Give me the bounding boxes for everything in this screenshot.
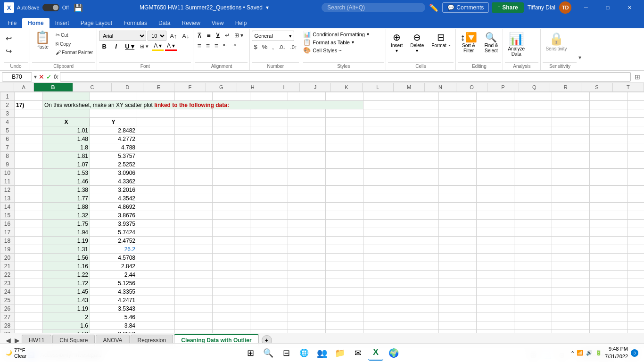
cell[interactable]	[137, 262, 175, 271]
expand-formula-icon[interactable]: ▾	[34, 74, 37, 80]
cell[interactable]	[439, 296, 477, 304]
align-middle-btn[interactable]: ≡	[205, 31, 212, 40]
cell[interactable]	[439, 160, 477, 169]
cell[interactable]: 1.53	[43, 169, 90, 177]
cell[interactable]	[288, 228, 326, 237]
cell[interactable]	[213, 330, 250, 333]
cell[interactable]	[326, 228, 363, 237]
taskbar-edge-btn[interactable]: 🌐	[297, 346, 312, 361]
cell[interactable]	[213, 177, 250, 186]
cell[interactable]	[552, 126, 590, 135]
tab-page-layout[interactable]: Page Layout	[75, 18, 118, 28]
align-left-btn[interactable]: ≡	[195, 41, 203, 50]
cell[interactable]	[401, 135, 439, 143]
cell[interactable]	[137, 152, 175, 160]
cell[interactable]	[552, 194, 590, 203]
cell[interactable]	[213, 279, 250, 288]
cell[interactable]	[326, 254, 363, 262]
cell[interactable]	[250, 245, 288, 254]
cell[interactable]: 2	[43, 313, 90, 321]
taskbar-excel-btn[interactable]: X	[368, 346, 383, 361]
cell[interactable]	[590, 109, 627, 118]
cell[interactable]: 5.7424	[90, 228, 137, 237]
cell[interactable]	[477, 135, 514, 143]
cell[interactable]	[137, 135, 175, 143]
cell[interactable]	[514, 160, 552, 169]
cell[interactable]	[552, 143, 590, 152]
cell[interactable]	[175, 220, 213, 228]
taskbar-taskview-btn[interactable]: ⊟	[279, 346, 294, 361]
cell[interactable]	[288, 237, 326, 245]
cell[interactable]	[514, 254, 552, 262]
cell[interactable]: On this worksheet, make an XY scatter pl…	[43, 101, 363, 109]
cell[interactable]	[514, 245, 552, 254]
cell[interactable]	[213, 186, 250, 194]
sensitivity-button[interactable]: 🔒 Sensitivity	[543, 31, 570, 52]
increase-decimal-btn[interactable]: .0↑	[289, 43, 299, 51]
align-right-btn[interactable]: ≡	[213, 41, 220, 50]
font-size-select[interactable]: 10	[148, 31, 166, 41]
cell[interactable]: 4.3542	[90, 194, 137, 203]
cell[interactable]	[514, 228, 552, 237]
share-button[interactable]: ↑ Share	[492, 2, 523, 13]
delete-arrow[interactable]: ▾	[416, 48, 418, 53]
cell[interactable]	[137, 271, 175, 279]
cell[interactable]	[514, 296, 552, 304]
grid-container[interactable]: 1217)On this worksheet, make an XY scatt…	[0, 92, 644, 333]
cell[interactable]	[363, 194, 401, 203]
find-select-button[interactable]: 🔍 Find &Select	[482, 31, 501, 54]
cell[interactable]	[15, 279, 43, 288]
cell[interactable]	[213, 203, 250, 211]
minimize-button[interactable]: ─	[575, 0, 597, 15]
avatar[interactable]: TD	[559, 1, 571, 14]
cell[interactable]	[401, 194, 439, 203]
cell[interactable]: 1.88	[43, 203, 90, 211]
cell[interactable]	[363, 152, 401, 160]
cell[interactable]	[326, 135, 363, 143]
cell[interactable]	[137, 109, 175, 118]
cell[interactable]	[401, 313, 439, 321]
cell[interactable]	[250, 109, 288, 118]
col-header-l[interactable]: L	[363, 83, 394, 91]
cell[interactable]: 1.94	[43, 228, 90, 237]
cell[interactable]	[15, 152, 43, 160]
col-header-b[interactable]: B	[34, 83, 73, 91]
cell[interactable]	[477, 237, 514, 245]
cell[interactable]	[288, 143, 326, 152]
cell[interactable]	[552, 321, 590, 330]
cell[interactable]: 3.8676	[90, 211, 137, 220]
cell[interactable]	[213, 321, 250, 330]
cell[interactable]	[250, 262, 288, 271]
format-as-table-button[interactable]: Format as Table	[313, 40, 350, 45]
cell[interactable]	[627, 313, 644, 321]
cell[interactable]	[15, 237, 43, 245]
undo-button[interactable]: ↩	[4, 33, 14, 44]
cell[interactable]: 4.3362	[90, 177, 137, 186]
cell[interactable]	[590, 101, 627, 109]
cell[interactable]	[137, 237, 175, 245]
col-header-r[interactable]: R	[550, 83, 581, 91]
cell[interactable]	[627, 304, 644, 313]
cell[interactable]	[590, 245, 627, 254]
cell[interactable]: 1.56	[43, 254, 90, 262]
cell[interactable]	[250, 203, 288, 211]
cell[interactable]	[401, 101, 439, 109]
cell[interactable]	[401, 321, 439, 330]
cell[interactable]	[627, 288, 644, 296]
cell[interactable]	[213, 109, 250, 118]
cell[interactable]	[590, 143, 627, 152]
cell[interactable]	[363, 186, 401, 194]
cell[interactable]	[363, 211, 401, 220]
cell[interactable]	[90, 109, 137, 118]
cell[interactable]	[326, 160, 363, 169]
cell[interactable]	[552, 109, 590, 118]
cell[interactable]	[175, 109, 213, 118]
cell[interactable]	[590, 126, 627, 135]
cell[interactable]	[477, 143, 514, 152]
cell[interactable]	[137, 177, 175, 186]
cell[interactable]	[439, 220, 477, 228]
cell[interactable]	[250, 126, 288, 135]
cell[interactable]: 1.32	[43, 211, 90, 220]
cell[interactable]	[590, 237, 627, 245]
cell[interactable]	[514, 118, 552, 126]
